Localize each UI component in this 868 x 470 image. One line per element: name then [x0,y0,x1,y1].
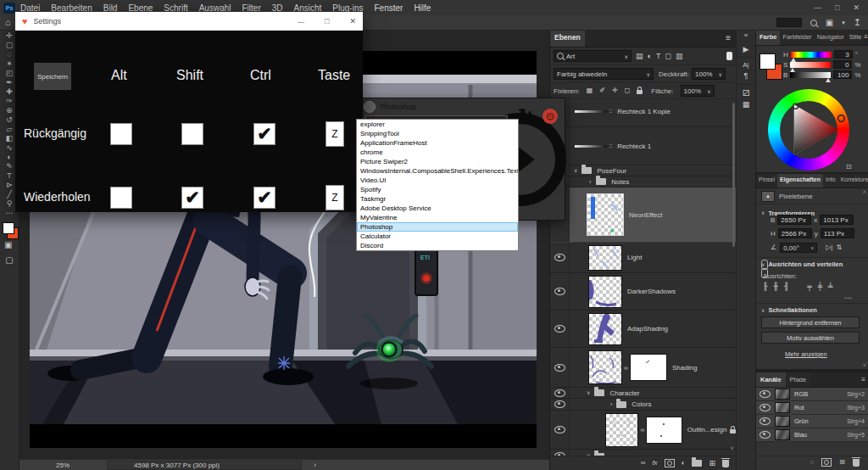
menu-auswahl[interactable]: Auswahl [199,3,231,13]
adjustment-layer-icon[interactable]: ◐ [682,460,686,467]
saturation-slider[interactable] [790,62,831,68]
menu-filter[interactable]: Filter [242,3,261,13]
menu-fenster[interactable]: Fenster [374,3,403,13]
undo-ctrl-checkbox[interactable]: ✔ [253,123,275,145]
screen-mode-icon[interactable]: ▢ [0,256,19,265]
color-picker-grid-icon[interactable]: ⊡ [846,164,852,171]
group-chevron-icon[interactable]: ∨ [574,168,577,173]
section-chevron-icon[interactable]: ∨ [761,308,765,313]
workspace-chevron-icon[interactable]: ▾ [842,20,845,25]
section-chevron-icon[interactable]: ∨ [761,262,765,267]
tab-pinsel[interactable]: Pinsel [756,174,777,187]
show-more-link[interactable]: Mehr anzeigen [785,350,827,358]
foreground-color-swatch[interactable] [3,222,14,234]
align-bottom-icon[interactable]: ╧ [828,283,832,291]
options-value-box[interactable] [776,18,802,27]
dropdown-item[interactable]: WindowsInternal.ComposableShell.Experien… [357,166,518,176]
x-field[interactable]: 1013 Px [820,215,854,225]
visibility-eye-icon[interactable] [554,364,565,372]
link-layers-icon[interactable]: ∞ [641,460,646,467]
color-panel-menu-icon[interactable]: ≡ [864,34,868,41]
dropdown-item[interactable]: Discord [357,241,518,250]
dropdown-item[interactable]: explorer [357,120,518,129]
layer-group-row[interactable]: ∨ PoseFour [550,165,736,176]
load-selection-icon[interactable]: ◌ [810,459,815,466]
new-group-icon[interactable] [692,460,702,467]
dialog-minimize-button[interactable]: — [298,18,304,25]
add-mask-icon[interactable] [665,459,675,467]
tab-navigator[interactable]: Navigator [815,30,847,45]
lock-all-icon[interactable] [637,90,643,94]
settings-titlebar[interactable]: ♥ Settings — □ ✕ [15,12,363,31]
filter-toggle[interactable] [726,52,732,60]
opacity-select[interactable]: 100%∨ [692,68,726,80]
layer-row-selected[interactable]: NeonEffect [550,187,736,243]
layer-mask-link-icon[interactable]: ∞ [624,365,628,371]
window-restore-button[interactable]: □ [835,3,839,12]
redo-alt-checkbox[interactable] [110,187,132,209]
layer-filter-select[interactable]: Art ∨ [554,50,632,62]
layer-group-row[interactable]: ∨ Character [550,388,736,399]
dropdown-item[interactable]: Video.UI [357,176,518,185]
properties-scroll-down-icon[interactable]: ∨ [863,362,866,367]
new-layer-icon[interactable]: ⊞ [709,460,715,467]
height-field[interactable]: 2566 Px [778,228,812,238]
tab-ebenen[interactable]: Ebenen [550,30,585,47]
lock-transparency-icon[interactable]: ▦ [587,87,593,94]
lock-artboard-icon[interactable]: ◻ [625,87,631,94]
color-wheel[interactable] [768,89,849,171]
undo-key-field[interactable]: Z [326,121,344,147]
new-channel-icon[interactable]: ⊞ [839,459,845,466]
filter-type-icon[interactable]: T [656,53,661,60]
tab-korrekturen[interactable]: Korrekturen [838,174,868,187]
fill-select[interactable]: 100%∨ [681,85,715,97]
layer-mask-thumbnail[interactable] [630,354,667,381]
layer-row[interactable]: ∶∶ Rechteck 1 [550,127,736,165]
dialog-close-button[interactable]: ✕ [349,17,356,25]
align-center-v-icon[interactable]: ╪ [818,283,822,291]
dropdown-item[interactable]: Adobe Desktop Service [357,204,518,213]
layers-scroll-down-icon[interactable]: ∨ [731,445,734,450]
dropdown-item[interactable]: ApplicationFrameHost [357,138,518,148]
width-field[interactable]: 2650 Px [777,215,811,225]
foreground-swatch[interactable] [760,53,776,70]
remove-background-button[interactable]: Hintergrund entfernen [761,316,860,328]
dropdown-item[interactable]: Spotify [357,185,518,194]
align-top-icon[interactable]: ╤ [807,283,811,291]
dropdown-item[interactable]: MyValentine [357,213,518,222]
flip-vertical-icon[interactable]: ⇅ [836,244,842,251]
undo-shift-checkbox[interactable] [181,123,203,145]
layer-group-row[interactable]: › Notes [550,176,736,187]
group-chevron-icon[interactable]: › [610,401,612,407]
3d-panel-icon[interactable]: ⚂ [737,85,755,99]
section-chevron-icon[interactable]: ∨ [761,210,765,215]
tab-pfade[interactable]: Pfade [786,372,811,387]
tab-info[interactable]: Info [823,174,838,187]
visibility-eye-icon[interactable] [554,288,565,295]
brightness-slider[interactable] [790,72,831,78]
filter-image-icon[interactable]: ▤ [636,53,643,60]
layer-row[interactable]: Light [550,243,736,273]
filter-smartobject-icon[interactable]: ▥ [676,53,683,60]
undo-alt-checkbox[interactable] [110,123,132,145]
glyphs-panel-icon[interactable]: ▦ [737,99,755,113]
window-minimize-button[interactable]: — [814,3,821,12]
dropdown-item[interactable]: Taskmgr [357,194,518,204]
layers-scrollbar[interactable] [732,103,735,247]
layer-row[interactable]: ∶∶ Rechteck 1 Kopie [550,96,736,127]
dropdown-item[interactable]: Calculator [357,232,518,241]
align-left-icon[interactable]: ╟ [763,283,767,291]
visibility-eye-icon[interactable] [760,390,771,398]
more-options-icon[interactable]: ⋯ [844,294,852,302]
paragraph-panel-icon[interactable]: ¶ [737,70,755,85]
character-panel-icon[interactable]: A| [737,58,755,70]
visibility-eye-icon[interactable] [554,254,565,261]
lock-paint-icon[interactable]: ✐ [599,87,605,94]
tab-farbe[interactable]: Farbe [756,30,780,45]
align-center-h-icon[interactable]: ╫ [773,283,777,291]
redo-ctrl-checkbox[interactable]: ✔ [253,187,275,209]
visibility-eye-icon[interactable] [760,417,771,425]
dropdown-item[interactable]: Picture Swiper2 [357,157,518,166]
save-selection-icon[interactable] [821,458,832,467]
search-icon[interactable] [810,20,817,26]
